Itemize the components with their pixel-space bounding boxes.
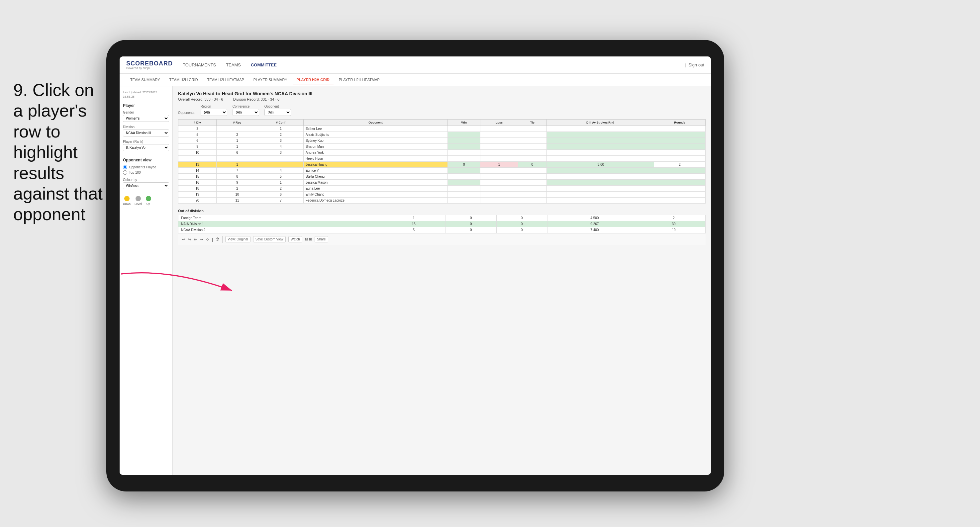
main-content: Last Updated: 27/03/202416:55:28 Player …	[119, 86, 711, 475]
table-row[interactable]: 10 6 3 Andrea York	[178, 150, 706, 156]
logo-area: SCOREBOARD Powered by clippi	[126, 60, 173, 70]
legend-up: Up	[146, 196, 151, 206]
tab-team-h2h-grid[interactable]: TEAM H2H GRID	[165, 76, 202, 84]
filter-opponent-select[interactable]: (All)	[264, 109, 291, 116]
watch-button[interactable]: Watch	[288, 236, 302, 243]
panel-title: Katelyn Vo Head-to-Head Grid for Women's…	[178, 91, 706, 96]
top-nav-right: | Sign out	[685, 62, 704, 67]
clock-icon[interactable]: ⏱	[216, 237, 220, 242]
filter-row: Opponents: Region (All) Conference (All)	[178, 105, 706, 116]
nav-tournaments[interactable]: TOURNAMENTS	[183, 61, 216, 69]
separator-1: |	[212, 237, 213, 242]
out-table-row[interactable]: NAIA Division 1 15 0 0 9.267 30	[178, 221, 706, 227]
sidebar-radio-top100: Top 100	[123, 170, 169, 175]
filter-conference-label: Conference	[232, 105, 259, 108]
table-row[interactable]: 3 1 Esther Lee	[178, 126, 706, 132]
logo-scoreboard: SCOREBOARD	[126, 60, 173, 67]
out-team-name: NAIA Division 1	[178, 221, 382, 227]
crop-icon[interactable]: ⊹	[206, 237, 209, 242]
filter-region-select[interactable]: (All)	[200, 109, 227, 116]
tablet-frame: SCOREBOARD Powered by clippi TOURNAMENTS…	[106, 40, 724, 492]
table-row[interactable]: 14 7 4 Eunice Yi	[178, 168, 706, 174]
filter-opponents-label: Opponents:	[178, 111, 195, 114]
col-header-diff: Diff Av Strokes/Rnd	[546, 119, 654, 126]
filter-conference-group: Conference (All)	[232, 105, 259, 116]
legend-up-dot	[146, 196, 151, 201]
filter-region-label: Region	[200, 105, 227, 108]
sidebar-gender-label: Gender	[123, 111, 169, 114]
table-row-highlighted[interactable]: 13 1 Jessica Huang 0 1 0 -3.00 2	[178, 162, 706, 168]
tab-team-h2h-heatmap[interactable]: TEAM H2H HEATMAP	[203, 76, 248, 84]
filter-conference-select[interactable]: (All)	[232, 109, 259, 116]
toolbar-separator	[222, 236, 223, 243]
legend-down: Down	[123, 196, 130, 206]
panel-records: Overall Record: 353 - 34 - 6 Division Re…	[178, 97, 706, 101]
legend-level: Level	[135, 196, 142, 206]
sidebar-opponent-view-label: Opponent view	[123, 158, 169, 162]
table-row[interactable]: 19 10 6 Emily Chang	[178, 192, 706, 198]
col-header-loss: Loss	[480, 119, 518, 126]
redo-icon[interactable]: ↪	[188, 237, 191, 242]
undo-icon[interactable]: ↩	[182, 237, 185, 242]
filter-opponent-label: Opponent	[264, 105, 291, 108]
step-forward-icon[interactable]: ⇥	[200, 237, 203, 242]
out-of-division-table: Foreign Team 1 0 0 4.500 2 NAIA Division…	[178, 215, 706, 233]
share-button[interactable]: Share	[315, 236, 328, 243]
col-header-div: # Div	[178, 119, 216, 126]
sidebar-gender-select[interactable]: Women's	[123, 115, 169, 122]
filter-region-group: Region (All)	[200, 105, 227, 116]
sub-nav: TEAM SUMMARY TEAM H2H GRID TEAM H2H HEAT…	[119, 74, 711, 86]
table-row[interactable]: 15 8 5 Stella Cheng	[178, 174, 706, 179]
table-row[interactable]: 20 11 7 Federica Domecq Lacroze	[178, 198, 706, 203]
overall-record: Overall Record: 353 - 34 - 6	[178, 97, 223, 101]
bottom-toolbar: ↩ ↪ ⇤ ⇥ ⊹ | ⏱ View: Original Save Custom…	[178, 233, 706, 245]
data-table: # Div # Reg # Conf Opponent Win Loss Tie…	[178, 119, 706, 203]
nav-committee[interactable]: COMMITTEE	[251, 61, 277, 69]
tab-player-summary[interactable]: PLAYER SUMMARY	[250, 76, 291, 84]
sidebar-division-label: Division	[123, 125, 169, 129]
tab-player-h2h-heatmap[interactable]: PLAYER H2H HEATMAP	[335, 76, 384, 84]
col-header-rounds: Rounds	[654, 119, 705, 126]
sidebar-colour-by-label: Colour by	[123, 178, 169, 182]
sidebar-radio-opponents-played: Opponents Played	[123, 165, 169, 169]
out-table-row[interactable]: Foreign Team 1 0 0 4.500 2	[178, 215, 706, 221]
table-row[interactable]: 9 1 4 Sharon Mun	[178, 144, 706, 150]
sidebar-division-select[interactable]: NCAA Division III	[123, 130, 169, 137]
out-of-division-title: Out of division	[178, 209, 706, 213]
nav-teams[interactable]: TEAMS	[226, 61, 241, 69]
division-record: Division Record: 331 - 34 - 6	[233, 97, 279, 101]
sidebar-player-rank-select[interactable]: 8. Katelyn Vo	[123, 144, 169, 151]
colour-legend: Down Level Up	[123, 196, 169, 206]
sidebar-colour-by-select[interactable]: Win/loss	[123, 182, 169, 189]
annotation-text: 9. Click on a player's row to highlight …	[13, 80, 106, 225]
main-panel: Katelyn Vo Head-to-Head Grid for Women's…	[173, 86, 711, 475]
col-header-reg: # Reg	[216, 119, 258, 126]
col-header-conf: # Conf	[258, 119, 304, 126]
annotation-body: Click on a player's row to highlight res…	[13, 80, 103, 224]
col-header-opponent: Opponent	[303, 119, 447, 126]
tablet-screen: SCOREBOARD Powered by clippi TOURNAMENTS…	[119, 56, 711, 475]
out-table-row[interactable]: NCAA Division 2 5 0 0 7.400 10	[178, 227, 706, 233]
tab-team-summary[interactable]: TEAM SUMMARY	[126, 76, 164, 84]
out-team-name: Foreign Team	[178, 215, 382, 221]
table-row[interactable]: 18 2 2 Euna Lee	[178, 186, 706, 192]
step-back-icon[interactable]: ⇤	[194, 237, 197, 242]
legend-level-dot	[135, 196, 141, 201]
out-team-name: NCAA Division 2	[178, 227, 382, 233]
sidebar-timestamp: Last Updated: 27/03/202416:55:28	[123, 90, 169, 98]
save-custom-view-button[interactable]: Save Custom View	[253, 236, 286, 243]
tab-player-h2h-grid[interactable]: PLAYER H2H GRID	[293, 76, 334, 84]
sidebar-opponent-radio-group: Opponents Played Top 100	[123, 165, 169, 175]
sidebar: Last Updated: 27/03/202416:55:28 Player …	[119, 86, 173, 475]
legend-down-dot	[124, 196, 130, 201]
filter-opponent-group: Opponent (All)	[264, 105, 291, 116]
table-row[interactable]: 5 2 2 Alexis Sudjianto	[178, 132, 706, 138]
table-row[interactable]: Heejo Hyun	[178, 156, 706, 162]
view-original-button[interactable]: View: Original	[225, 236, 250, 243]
table-row[interactable]: 16 9 1 Jessica Mason	[178, 179, 706, 186]
toolbar-icons-group: ⊡ ⊞	[305, 237, 312, 241]
table-row[interactable]: 6 1 3 Sydney Kuo	[178, 138, 706, 144]
top-nav-links: TOURNAMENTS TEAMS COMMITTEE	[183, 61, 685, 69]
sign-out-link[interactable]: Sign out	[688, 62, 704, 67]
sidebar-player-rank-label: Player (Rank)	[123, 140, 169, 143]
